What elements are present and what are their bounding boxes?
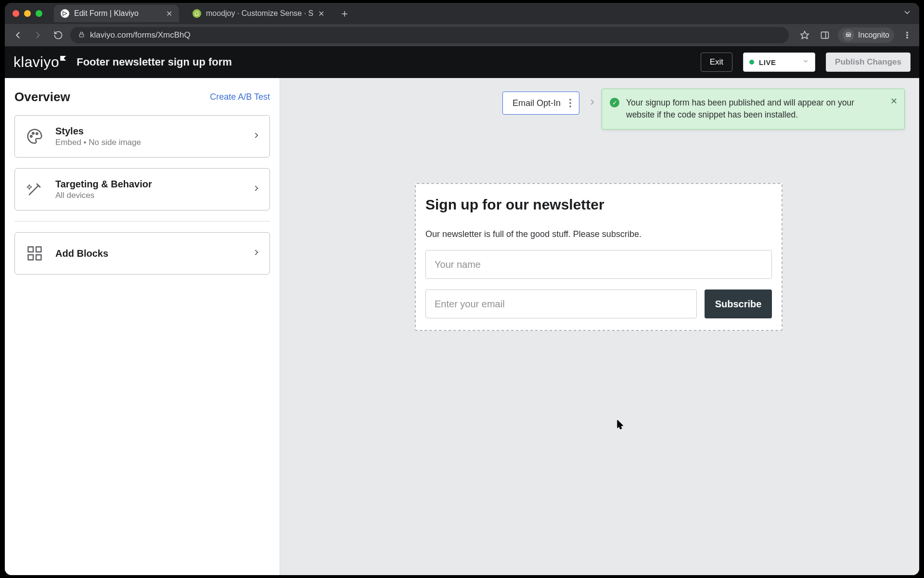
form-body-text[interactable]: Our newsletter is full of the good stuff… [425,229,772,239]
card-subtitle: All devices [55,191,243,200]
form-canvas: Email Opt-In SMS Opt-In ✓ Your signup fo… [280,78,919,575]
new-tab-button[interactable]: ＋ [338,7,351,20]
svg-point-9 [907,37,908,38]
incognito-label: Incognito [858,31,889,39]
overview-sidebar: Overview Create A/B Test Styles Embed • … [5,78,280,575]
shopify-favicon [192,9,201,18]
svg-point-11 [32,132,34,134]
overview-heading: Overview [14,90,70,105]
form-heading[interactable]: Sign up for our newsletter [425,197,772,213]
publish-changes-button[interactable]: Publish Changes [826,53,911,72]
svg-rect-15 [28,255,34,260]
status-dropdown[interactable]: LIVE [743,53,815,72]
window-controls [9,10,47,17]
browser-tab-klaviyo[interactable]: Edit Form | Klaviyo ✕ [54,5,179,22]
lock-icon [78,31,85,39]
tab-label: moodjoy · Customize Sense · S [206,9,313,18]
exit-button[interactable]: Exit [701,53,732,72]
bookmark-star-icon[interactable] [797,28,812,42]
sidebar-divider [14,221,270,222]
subscribe-button[interactable]: Subscribe [705,289,772,318]
close-tab-icon[interactable]: ✕ [166,9,172,18]
chevron-right-icon [252,184,261,195]
svg-marker-2 [801,31,809,39]
url-text: klaviyo.com/forms/XmcBhQ [90,30,191,40]
email-input[interactable]: Enter your email [425,289,697,318]
svg-rect-1 [79,34,84,37]
browser-tabstrip: Edit Form | Klaviyo ✕ moodjoy · Customiz… [5,3,919,24]
svg-marker-0 [63,12,67,15]
card-title: Styles [55,126,243,137]
create-ab-test-link[interactable]: Create A/B Test [210,92,270,102]
close-tab-icon[interactable]: ✕ [318,9,324,18]
name-placeholder: Your name [435,259,481,270]
svg-rect-16 [36,255,41,260]
toast-close-button[interactable]: ✕ [890,96,898,106]
browser-tab-shopify[interactable]: moodjoy · Customize Sense · S ✕ [186,5,331,22]
card-title: Targeting & Behavior [55,179,243,190]
reload-button[interactable] [50,27,66,43]
svg-point-12 [36,133,38,134]
svg-rect-14 [36,247,41,252]
step-menu-icon[interactable] [567,99,573,107]
mouse-cursor-icon [617,420,624,430]
logo-text: klaviyo [13,54,59,70]
browser-toolbar: klaviyo.com/forms/XmcBhQ Incognito [5,24,919,46]
app-header: klaviyo Footer newsletter sign up form E… [5,46,919,78]
browser-menu-button[interactable] [900,28,914,42]
klaviyo-logo[interactable]: klaviyo [13,54,66,70]
close-window-button[interactable] [13,10,19,17]
chevron-right-icon [588,98,597,108]
chevron-right-icon [252,131,261,142]
svg-point-7 [907,32,908,33]
publish-success-toast: ✓ Your signup form has been published an… [602,89,905,130]
incognito-icon [843,29,854,41]
wand-icon [24,178,46,200]
chevron-right-icon [252,248,261,259]
svg-point-10 [30,135,32,137]
check-circle-icon: ✓ [610,98,619,107]
chevron-down-icon [802,58,809,66]
add-blocks-card[interactable]: Add Blocks [14,232,270,275]
tabs-overflow-button[interactable] [903,8,911,19]
palette-icon [24,125,46,147]
panel-icon[interactable] [818,28,832,42]
form-preview[interactable]: Sign up for our newsletter Our newslette… [415,183,783,331]
tab-label: Edit Form | Klaviyo [74,9,139,18]
step-label: Email Opt-In [513,98,561,108]
svg-rect-3 [821,32,829,38]
card-title: Add Blocks [55,248,243,259]
back-button[interactable] [10,27,26,43]
klaviyo-favicon [61,9,69,18]
svg-point-8 [907,35,908,36]
address-bar[interactable]: klaviyo.com/forms/XmcBhQ [70,27,789,43]
styles-card[interactable]: Styles Embed • No side image [14,115,270,158]
name-input[interactable]: Your name [425,250,772,279]
fullscreen-window-button[interactable] [36,10,42,17]
card-subtitle: Embed • No side image [55,138,243,147]
svg-rect-13 [28,247,34,252]
toast-message: Your signup form has been published and … [626,97,883,121]
logo-flag-icon [60,56,66,61]
email-placeholder: Enter your email [435,299,505,310]
forward-button[interactable] [30,27,46,43]
page-title: Footer newsletter sign up form [77,56,232,68]
step-email-optin[interactable]: Email Opt-In [502,92,579,115]
incognito-indicator[interactable]: Incognito [838,27,894,43]
status-live-dot-icon [749,60,754,65]
targeting-card[interactable]: Targeting & Behavior All devices [14,168,270,210]
blocks-icon [24,242,46,264]
minimize-window-button[interactable] [24,10,31,17]
status-label: LIVE [759,58,797,66]
